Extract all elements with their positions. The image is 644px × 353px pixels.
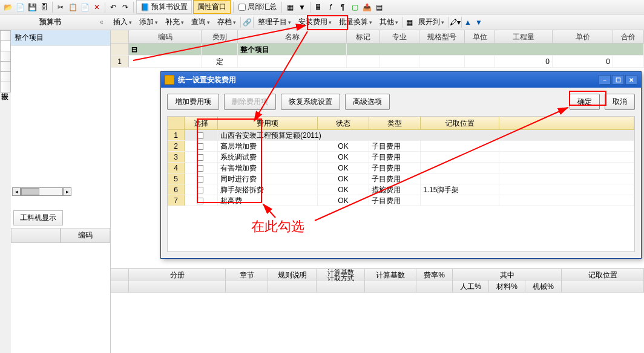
mini-tab-material-display[interactable]: 工料机显示	[13, 210, 63, 225]
folder-open-icon[interactable]: 📂	[2, 2, 13, 13]
dialog-fee-row[interactable]: 7超高费OK子目费用	[168, 195, 634, 206]
col-code[interactable]: 编码	[129, 30, 202, 43]
col-major[interactable]: 专业	[380, 30, 419, 43]
row-checkbox[interactable]	[197, 198, 203, 204]
scroll-left-icon[interactable]: ◂	[12, 187, 21, 196]
ok-button[interactable]: 确定	[570, 94, 600, 110]
col-uprice[interactable]: 单价	[553, 30, 613, 43]
vtab-reports[interactable]: 报表	[0, 82, 11, 92]
paste-icon[interactable]: 📄	[79, 2, 90, 13]
restore-defaults-button[interactable]: 恢复系统设置	[281, 94, 340, 110]
dcol-pos[interactable]: 记取位置	[421, 117, 499, 129]
para-icon[interactable]: ¶	[337, 2, 348, 13]
bh-rule[interactable]: 规则说明	[268, 269, 317, 280]
link-icon[interactable]: 🔗	[242, 17, 252, 28]
row-checkbox[interactable]	[197, 154, 203, 161]
note-icon[interactable]: ▢	[349, 2, 360, 13]
row-checkbox[interactable]	[197, 176, 203, 183]
col-name[interactable]: 名称	[238, 30, 347, 43]
tree-collapse-icon[interactable]: «	[100, 19, 110, 25]
bh-labor[interactable]: 人工%	[453, 280, 489, 292]
export-icon[interactable]: 📤	[361, 2, 372, 13]
vtab-measures[interactable]: 措施项目	[0, 51, 11, 62]
list-icon[interactable]: ▤	[373, 2, 384, 13]
dcol-select[interactable]: 选择	[185, 117, 218, 129]
row-checkbox[interactable]	[197, 187, 203, 193]
menu-batch-convert[interactable]: 批量换算▾	[335, 15, 376, 29]
dcol-status[interactable]: 状态	[318, 117, 369, 129]
tool-icon-b[interactable]: ▼	[297, 2, 307, 13]
bh-mach[interactable]: 机械%	[525, 280, 562, 292]
col-mark[interactable]: 标记	[347, 30, 380, 43]
col-total[interactable]: 合价	[613, 30, 644, 43]
menu-add[interactable]: 添加▾	[136, 15, 162, 29]
vtab-materials[interactable]: 人材机汇总	[0, 61, 11, 72]
dialog-fee-row[interactable]: 4有害增加费OK子目费用	[168, 163, 634, 173]
menu-archive[interactable]: 存档▾	[214, 15, 240, 29]
copy-icon[interactable]: 📋	[67, 2, 78, 13]
advanced-options-button[interactable]: 高级选项	[345, 94, 390, 110]
tree-root-item[interactable]: 整个项目	[11, 30, 110, 46]
bh-rate[interactable]: 费率%	[416, 269, 453, 280]
highlight-icon[interactable]: 🖍▾	[450, 17, 461, 28]
delete-icon[interactable]: ✕	[91, 2, 102, 13]
col-type[interactable]: 类别	[202, 30, 238, 43]
save-all-icon[interactable]: 🗄	[39, 2, 50, 13]
second-toolbar: 预算书 « 插入▾ 添加▾ 补充▾ 查询▾ 存档▾ 🔗 整理子目▾ 安装费用▾ …	[0, 15, 644, 30]
grid-data-row[interactable]: 1 定 0 0	[111, 56, 644, 68]
install-fee-dialog: 统一设置安装费用 – ☐ ✕ 增加费用项 删除费用项 恢复系统设置 高级选项 确…	[160, 71, 642, 259]
menu-supplement[interactable]: 补充▾	[162, 15, 188, 29]
bh-pos[interactable]: 记取位置	[562, 269, 644, 280]
dialog-fee-row[interactable]: 5同时进行费OK子目费用	[168, 173, 634, 184]
menu-install-fee[interactable]: 安装费用▾	[295, 15, 335, 29]
bh-mat[interactable]: 材料%	[489, 280, 525, 292]
dialog-fee-row[interactable]: 3系统调试费OK子目费用	[168, 152, 634, 163]
dcol-item[interactable]: 费用项	[218, 117, 318, 129]
tree-hscrollbar[interactable]: ◂ ▸	[12, 187, 71, 196]
bh-chapter[interactable]: 章节	[226, 269, 268, 280]
add-fee-button[interactable]: 增加费用项	[167, 94, 219, 110]
grid-icon[interactable]: ▦	[404, 17, 415, 28]
menu-organize-sub[interactable]: 整理子目▾	[254, 15, 295, 29]
menu-query[interactable]: 查询▾	[188, 15, 214, 29]
undo-icon[interactable]: ↶	[108, 2, 119, 13]
up-icon[interactable]: ▲	[462, 17, 473, 28]
dialog-group-row[interactable]: 1 山西省安装工程预算定额(2011)	[168, 130, 634, 141]
redo-icon[interactable]: ↷	[120, 2, 131, 13]
vtab-fees[interactable]: 费用汇总	[0, 71, 11, 82]
vtab-overview[interactable]: 工程概况	[0, 30, 11, 41]
cut-icon[interactable]: ✂	[55, 2, 66, 13]
fx-icon[interactable]: f	[325, 2, 336, 13]
menu-insert[interactable]: 插入▾	[110, 15, 136, 29]
menu-expand-to[interactable]: 展开到▾	[415, 15, 448, 29]
dialog-fee-row[interactable]: 2高层增加费OK子目费用	[168, 141, 634, 152]
scroll-right-icon[interactable]: ▸	[63, 187, 71, 196]
row-checkbox[interactable]	[197, 143, 203, 150]
col-qty[interactable]: 工程量	[495, 30, 553, 43]
group-checkbox[interactable]	[197, 132, 203, 139]
tool-icon-a[interactable]: ▦	[284, 2, 295, 13]
close-icon[interactable]: ✕	[625, 75, 637, 85]
bh-fence[interactable]: 分册	[129, 269, 226, 280]
calc-icon[interactable]: 🖩	[313, 2, 324, 13]
bh-basis-method[interactable]: 计算基数计取方式	[317, 269, 365, 280]
dialog-titlebar[interactable]: 统一设置安装费用 – ☐ ✕	[161, 72, 641, 88]
budget-settings-button[interactable]: 📘 预算书设置	[136, 0, 192, 14]
maximize-icon[interactable]: ☐	[612, 75, 624, 85]
property-window-button[interactable]: 属性窗口	[193, 0, 231, 14]
new-doc-icon[interactable]: 📄	[15, 2, 25, 13]
dialog-fee-row[interactable]: 6脚手架搭拆费OK措施费用1.15脚手架	[168, 184, 634, 195]
col-spec[interactable]: 规格型号	[419, 30, 465, 43]
col-unit[interactable]: 单位	[465, 30, 495, 43]
vtab-budget[interactable]: 预算书	[0, 40, 11, 51]
grid-group-row[interactable]: ⊟ 整个项目	[111, 44, 644, 56]
save-icon[interactable]: 💾	[27, 2, 38, 13]
dcol-type[interactable]: 类型	[369, 117, 421, 129]
bh-basis[interactable]: 计算基数	[365, 269, 416, 280]
local-summary-checkbox[interactable]: 局部汇总	[236, 2, 279, 12]
menu-other[interactable]: 其他▾	[376, 15, 402, 29]
down-icon[interactable]: ▼	[473, 17, 484, 28]
row-checkbox[interactable]	[197, 165, 203, 172]
cancel-button[interactable]: 取消	[605, 94, 635, 110]
minimize-icon[interactable]: –	[599, 75, 611, 85]
